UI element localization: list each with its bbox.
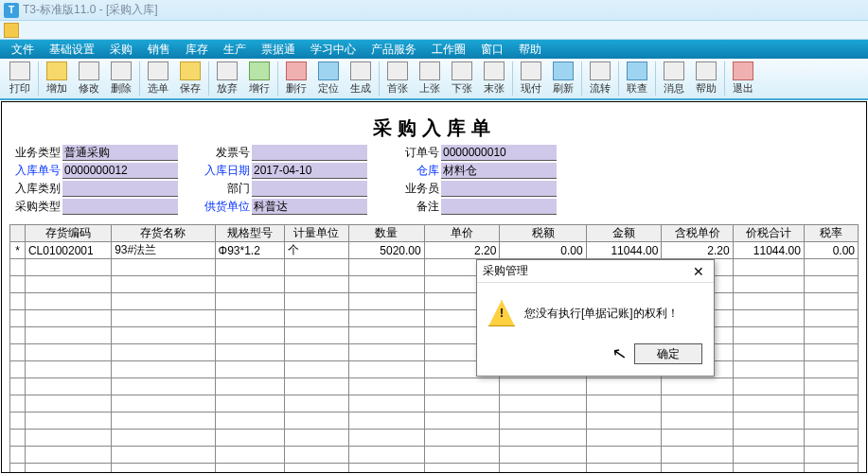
col-header[interactable]	[10, 225, 26, 242]
quick-icon-bar	[0, 21, 868, 40]
field-value[interactable]: 2017-04-10	[252, 163, 367, 179]
toolbar-选单[interactable]: 选单	[142, 60, 174, 97]
table-row[interactable]: *CL0100200193#法兰Φ93*1.2个5020.002.200.001…	[10, 242, 859, 259]
field-label: 部门	[199, 181, 252, 197]
menu-item[interactable]: 生产	[218, 40, 252, 60]
menu-item[interactable]: 基础设置	[44, 40, 100, 60]
toolbar-刷新[interactable]: 刷新	[547, 60, 579, 97]
toolbar-首张[interactable]: 首张	[381, 60, 414, 97]
menu-item[interactable]: 票据通	[256, 40, 301, 60]
table-row[interactable]	[10, 361, 859, 378]
field-label: 入库类别	[9, 181, 62, 197]
field-label: 供货单位	[199, 199, 252, 215]
field-label: 仓库	[388, 163, 441, 179]
table-row[interactable]	[10, 327, 859, 344]
table-row[interactable]	[10, 430, 859, 447]
toolbar-退出[interactable]: 退出	[727, 60, 759, 97]
toolbar-帮助[interactable]: 帮助	[690, 60, 722, 97]
col-header[interactable]: 单价	[424, 225, 500, 242]
field-value[interactable]: 0000000012	[62, 163, 178, 179]
table-row[interactable]	[10, 464, 859, 474]
field-label: 发票号	[199, 145, 252, 161]
col-header[interactable]: 计量单位	[284, 225, 348, 242]
table-row[interactable]	[10, 293, 859, 310]
field-value[interactable]	[62, 181, 178, 197]
table-row[interactable]	[10, 413, 859, 430]
dialog-title: 采购管理	[483, 263, 528, 279]
col-header[interactable]: 金额	[586, 225, 662, 242]
field-value[interactable]	[252, 181, 367, 197]
field-value[interactable]: 科普达	[252, 199, 367, 215]
field-label: 订单号	[388, 145, 441, 161]
field-label: 入库单号	[9, 163, 62, 179]
table-row[interactable]	[10, 447, 859, 464]
toolbar-放弃[interactable]: 放弃	[211, 60, 243, 97]
data-table: 存货编码存货名称规格型号计量单位数量单价税额金额含税单价价税合计税率*CL010…	[9, 224, 859, 473]
toolbar-增加[interactable]: 增加	[41, 60, 73, 97]
field-label: 入库日期	[199, 163, 252, 179]
table-row[interactable]	[10, 378, 859, 395]
menu-item[interactable]: 帮助	[513, 40, 547, 60]
col-header[interactable]: 税额	[500, 225, 586, 242]
field-value[interactable]	[441, 181, 557, 197]
menu-item[interactable]: 窗口	[475, 40, 509, 60]
dialog-titlebar: 采购管理 ✕	[477, 260, 714, 283]
toolbar-增行[interactable]: 增行	[243, 60, 275, 97]
col-header[interactable]: 价税合计	[733, 225, 804, 242]
field-value[interactable]: 普通采购	[62, 145, 178, 161]
menu-item[interactable]: 产品服务	[365, 40, 422, 60]
app-logo-icon: T	[4, 3, 19, 18]
menu-item[interactable]: 学习中心	[305, 40, 362, 60]
form-area: 业务类型普通采购入库单号0000000012入库类别采购类型 发票号入库日期20…	[9, 145, 859, 217]
table-row[interactable]	[10, 344, 859, 361]
window-title: T3-标准版11.0 - [采购入库]	[23, 2, 158, 18]
message-dialog: 采购管理 ✕ ! 您没有执行[单据记账]的权利！ ↖ 确定	[476, 259, 715, 377]
field-label: 采购类型	[9, 199, 62, 215]
toolbar-上张[interactable]: 上张	[414, 60, 446, 97]
toolbar-打印[interactable]: 打印	[4, 60, 36, 97]
menu-item[interactable]: 销售	[142, 40, 176, 60]
field-value[interactable]	[62, 199, 178, 215]
toolbar-保存[interactable]: 保存	[174, 60, 206, 97]
toolbar-联查[interactable]: 联查	[621, 60, 653, 97]
toolbar-下张[interactable]: 下张	[446, 60, 478, 97]
toolbar-生成[interactable]: 生成	[345, 60, 377, 97]
field-label: 业务员	[388, 181, 441, 197]
toolbar: 打印增加修改删除选单保存放弃增行删行定位生成首张上张下张末张现付刷新流转联查消息…	[0, 59, 868, 100]
menu-bar: 文件基础设置采购销售库存生产票据通学习中心产品服务工作圈窗口帮助	[0, 40, 868, 59]
toolbar-修改[interactable]: 修改	[73, 60, 105, 97]
field-value[interactable]: 材料仓	[441, 163, 557, 179]
field-label: 备注	[388, 199, 441, 215]
field-value[interactable]	[441, 199, 557, 215]
doc-title: 采购入库单	[9, 115, 859, 141]
toolbar-消息[interactable]: 消息	[658, 60, 690, 97]
field-label: 业务类型	[9, 145, 62, 161]
toolbar-现付[interactable]: 现付	[515, 60, 547, 97]
col-header[interactable]: 存货名称	[112, 225, 215, 242]
col-header[interactable]: 数量	[348, 225, 424, 242]
table-row[interactable]	[10, 310, 859, 327]
toolbar-末张[interactable]: 末张	[478, 60, 510, 97]
menu-item[interactable]: 采购	[104, 40, 138, 60]
toolbar-删除[interactable]: 删除	[105, 60, 137, 97]
field-value[interactable]: 0000000010	[441, 145, 557, 161]
table-row[interactable]	[10, 395, 859, 413]
ok-button[interactable]: 确定	[634, 343, 702, 364]
close-icon[interactable]: ✕	[689, 264, 708, 279]
toolbar-定位[interactable]: 定位	[312, 60, 345, 97]
field-value[interactable]	[252, 145, 367, 161]
menu-item[interactable]: 工作圈	[426, 40, 471, 60]
dialog-message: 您没有执行[单据记账]的权利！	[524, 306, 679, 322]
table-row[interactable]	[10, 276, 859, 293]
col-header[interactable]: 含税单价	[662, 225, 733, 242]
menu-item[interactable]: 文件	[6, 40, 40, 60]
menu-item[interactable]: 库存	[180, 40, 214, 60]
table-row[interactable]	[10, 259, 859, 276]
folder-icon[interactable]	[4, 23, 19, 38]
col-header[interactable]: 规格型号	[215, 225, 284, 242]
toolbar-流转[interactable]: 流转	[584, 60, 616, 97]
col-header[interactable]: 税率	[804, 225, 858, 242]
col-header[interactable]: 存货编码	[25, 225, 111, 242]
toolbar-删行[interactable]: 删行	[280, 60, 312, 97]
cursor-icon: ↖	[611, 342, 629, 365]
